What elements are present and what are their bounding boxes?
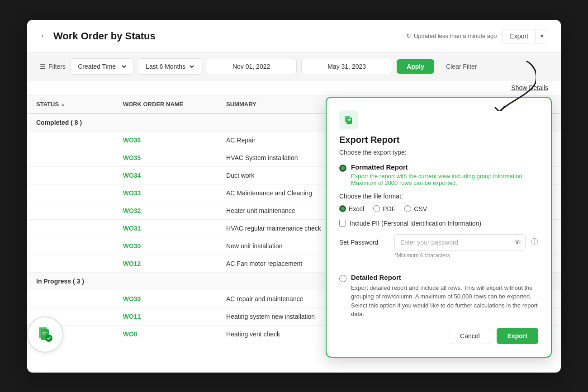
eye-icon[interactable]: 👁 <box>514 238 521 246</box>
password-input[interactable] <box>394 234 526 250</box>
cancel-button[interactable]: Cancel <box>449 328 491 344</box>
formatted-report-label[interactable]: Formatted Report <box>351 163 408 171</box>
password-row: Set Password 👁 ⓘ <box>339 234 538 250</box>
reports-label: Reports <box>32 355 59 365</box>
status-cell: In Progress ( 3 ) <box>27 272 114 290</box>
apply-button[interactable]: Apply <box>397 59 434 74</box>
col-wo-name[interactable]: WORK ORDER NAME <box>114 95 217 113</box>
export-icon <box>343 114 354 125</box>
detailed-report-radio[interactable] <box>339 275 346 282</box>
detailed-report-option[interactable]: Detailed Report Export detailed report a… <box>339 274 538 319</box>
updated-status: ↻ Updated less than a minute ago <box>406 33 497 39</box>
export-chevron-button[interactable]: ▾ <box>536 30 548 43</box>
dialog-subtitle: Choose the export type: <box>339 149 538 156</box>
wo-link[interactable]: WO30 <box>114 237 217 255</box>
filter-field-dropdown[interactable]: Created Time <box>76 62 128 71</box>
reports-icon <box>36 326 54 344</box>
filter-icon: ☰ <box>40 63 46 70</box>
dialog-title: Export Report <box>339 135 538 145</box>
pii-label[interactable]: Include PII (Personal Identification Inf… <box>350 220 481 227</box>
pii-checkbox-row[interactable]: Include PII (Personal Identification Inf… <box>339 220 538 227</box>
formatted-report-desc: Export the report with the current view … <box>351 173 538 186</box>
export-dialog-button[interactable]: Export <box>497 328 538 344</box>
wo-link[interactable]: WO31 <box>114 219 217 237</box>
clear-filter-button[interactable]: Clear Filter <box>439 59 484 74</box>
wo-link[interactable]: WO39 <box>114 290 217 307</box>
date-from-input[interactable] <box>206 59 297 74</box>
export-dialog: Export Report Choose the export type: Fo… <box>326 97 552 358</box>
filters-label: ☰ Filters <box>40 63 66 70</box>
back-button[interactable]: ← <box>40 31 48 41</box>
wo-link[interactable]: WO33 <box>114 184 217 202</box>
filter-field-select[interactable]: Created Time <box>70 58 133 75</box>
min-chars-hint: *Minimum 6 characters <box>394 252 538 259</box>
format-excel[interactable]: Excel <box>339 205 364 213</box>
refresh-icon: ↻ <box>406 33 411 39</box>
page-title: Work Order by Status <box>53 30 156 42</box>
excel-radio[interactable] <box>339 205 346 212</box>
header-left: ← Work Order by Status <box>40 30 156 42</box>
wo-link[interactable]: WO8 <box>114 325 217 343</box>
filter-period-select[interactable]: Last 6 Months <box>138 58 201 75</box>
password-input-wrapper: 👁 <box>394 234 526 250</box>
divider <box>339 266 538 266</box>
date-to-input[interactable] <box>301 59 392 74</box>
formatted-report-radio[interactable] <box>339 165 346 172</box>
filters-bar: ☰ Filters Created Time Last 6 Months App… <box>27 53 561 80</box>
file-format-group: Excel PDF CSV <box>339 205 538 213</box>
info-icon[interactable]: ⓘ <box>531 237 538 247</box>
detailed-report-desc: Export detailed report and include all r… <box>351 283 538 319</box>
wo-link[interactable]: WO35 <box>114 149 217 166</box>
bottom-icon-container: Reports <box>27 316 63 365</box>
export-button[interactable]: Export <box>503 29 536 43</box>
password-label: Set Password <box>339 239 389 246</box>
wo-link[interactable]: WO32 <box>114 202 217 219</box>
pii-checkbox[interactable] <box>339 220 346 227</box>
file-format-label: Choose the file format: <box>339 193 538 200</box>
wo-link[interactable]: WO11 <box>114 307 217 325</box>
pdf-radio[interactable] <box>373 205 380 212</box>
formatted-report-option[interactable]: Formatted Report Export the report with … <box>339 163 538 186</box>
reports-icon-circle[interactable] <box>27 316 63 353</box>
detailed-report-label[interactable]: Detailed Report <box>351 274 401 281</box>
export-btn-group[interactable]: Export ▾ <box>503 29 548 43</box>
svg-rect-5 <box>42 332 47 333</box>
wo-link[interactable]: WO12 <box>114 255 217 272</box>
status-cell: Completed ( 8 ) <box>27 113 114 132</box>
wo-link[interactable]: WO34 <box>114 166 217 184</box>
format-csv[interactable]: CSV <box>404 205 427 213</box>
sort-icon-status: ▲ <box>61 102 66 107</box>
filter-period-dropdown[interactable]: Last 6 Months <box>144 62 195 71</box>
col-status[interactable]: STATUS ▲ <box>27 95 114 113</box>
wo-link[interactable]: WO36 <box>114 131 217 149</box>
show-details-link[interactable]: Show Details <box>511 84 548 91</box>
format-pdf[interactable]: PDF <box>373 205 395 213</box>
wo-cell <box>114 113 217 132</box>
header-right: ↻ Updated less than a minute ago Export … <box>406 29 548 43</box>
dialog-footer: Cancel Export <box>339 328 538 344</box>
show-details-bar: Show Details <box>27 80 561 95</box>
csv-radio[interactable] <box>404 205 411 212</box>
header: ← Work Order by Status ↻ Updated less th… <box>27 20 561 53</box>
svg-rect-6 <box>42 334 45 335</box>
dialog-icon <box>339 110 358 129</box>
